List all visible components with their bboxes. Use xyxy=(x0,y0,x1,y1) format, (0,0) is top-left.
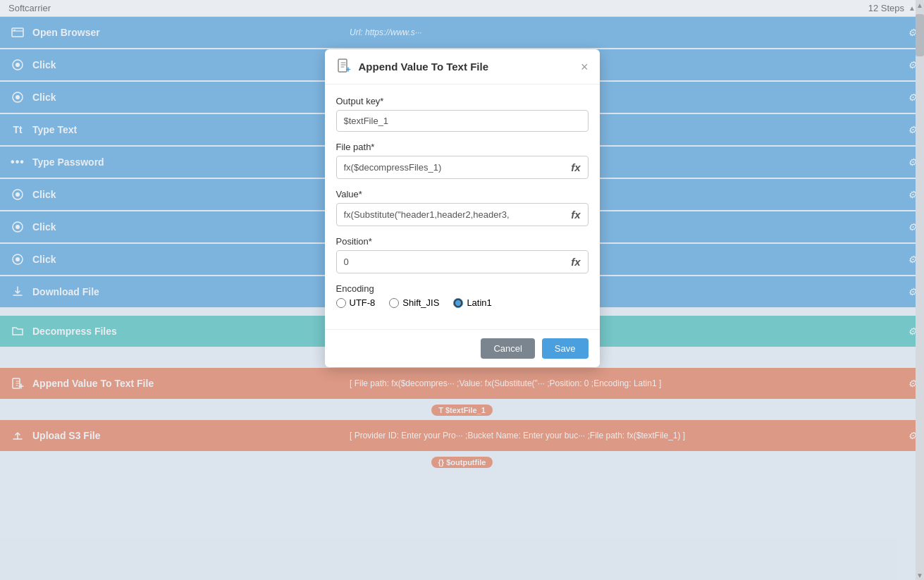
modal-footer: Cancel Save xyxy=(325,329,600,367)
file-path-fx-button[interactable]: fx xyxy=(571,161,580,173)
value-input-wrapper: fx xyxy=(336,203,589,226)
output-key-input[interactable] xyxy=(344,116,581,126)
modal-title-area: Append Value To Text File xyxy=(336,58,488,75)
modal-title: Append Value To Text File xyxy=(359,61,488,73)
value-fx-button[interactable]: fx xyxy=(571,209,580,221)
position-group: Position* fx xyxy=(336,236,589,273)
output-key-input-wrapper xyxy=(336,110,589,132)
file-path-group: File path* fx xyxy=(336,142,589,179)
modal-overlay: Append Value To Text File × Output key* … xyxy=(0,0,924,580)
modal-close-button[interactable]: × xyxy=(581,61,589,73)
radio-utf8[interactable] xyxy=(336,298,346,308)
modal-file-icon xyxy=(336,58,352,75)
cancel-button[interactable]: Cancel xyxy=(481,338,534,359)
encoding-shiftjis[interactable]: Shift_JIS xyxy=(389,297,439,308)
output-key-group: Output key* xyxy=(336,96,589,132)
output-key-label: Output key* xyxy=(336,96,589,106)
encoding-group: Encoding UTF-8 Shift_JIS Latin1 xyxy=(336,283,589,308)
encoding-latin1-label: Latin1 xyxy=(467,297,491,308)
radio-shiftjis[interactable] xyxy=(389,298,399,308)
value-label: Value* xyxy=(336,189,589,199)
encoding-label: Encoding xyxy=(336,283,589,294)
encoding-utf8[interactable]: UTF-8 xyxy=(336,297,376,308)
position-fx-button[interactable]: fx xyxy=(571,256,580,268)
encoding-shiftjis-label: Shift_JIS xyxy=(402,297,439,308)
modal-body: Output key* File path* fx Value* fx xyxy=(325,85,600,329)
value-group: Value* fx xyxy=(336,189,589,226)
position-input-wrapper: fx xyxy=(336,250,589,273)
value-input[interactable] xyxy=(344,209,572,220)
position-input[interactable] xyxy=(344,257,572,267)
file-path-label: File path* xyxy=(336,142,589,152)
svg-rect-14 xyxy=(338,59,347,72)
file-path-input-wrapper: fx xyxy=(336,156,589,179)
radio-latin1[interactable] xyxy=(453,298,463,308)
save-button[interactable]: Save xyxy=(542,338,589,359)
modal-append-value: Append Value To Text File × Output key* … xyxy=(325,49,600,367)
encoding-options: UTF-8 Shift_JIS Latin1 xyxy=(336,297,589,308)
modal-header: Append Value To Text File × xyxy=(325,49,600,85)
encoding-utf8-label: UTF-8 xyxy=(350,297,376,308)
file-path-input[interactable] xyxy=(344,162,572,173)
encoding-latin1[interactable]: Latin1 xyxy=(453,297,491,308)
position-label: Position* xyxy=(336,236,589,247)
